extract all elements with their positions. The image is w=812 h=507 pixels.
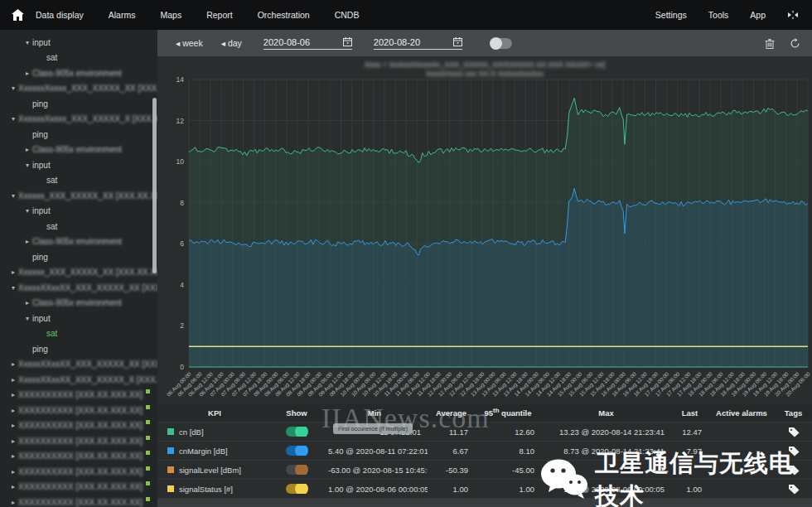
chevron-right-icon[interactable]: ▸ — [8, 376, 18, 384]
tree-item[interactable]: ▾Xxxxxx_XXX_XXXXX_XX [XXX.XX.XX.XX] — [0, 188, 157, 204]
nav-item-data-display[interactable]: Data display — [36, 10, 84, 20]
tree-item[interactable]: ▸Class-905x environment — [0, 234, 157, 250]
nav-item-cndb[interactable]: CNDB — [335, 10, 360, 20]
tree-item[interactable]: ▸Xxxxxx_XXX_XXXXX_XX [XXX.XX.XX.XX] — [0, 265, 157, 281]
status-badge — [146, 389, 150, 394]
tree-item[interactable]: ▸XXXXXXXXXX [XXX.XX.XXX.XX] — [0, 388, 157, 403]
tree-item[interactable]: ▸Class-905x environment — [0, 142, 157, 158]
column-header-average: Average — [428, 408, 475, 418]
tree-item[interactable]: ping — [0, 249, 157, 265]
date-from-input[interactable] — [263, 37, 340, 47]
tree-item[interactable]: sat — [0, 326, 157, 342]
tree-item[interactable]: ▸XxxxxXXxxXX_XXX_XXXXX_XX [XXX.XX.XX.XX] — [0, 357, 157, 373]
tree-item[interactable]: ▾input — [0, 204, 157, 220]
tree-item[interactable]: ping — [0, 96, 157, 112]
chevron-right-icon[interactable]: ▸ — [22, 299, 32, 307]
date-to-input[interactable] — [374, 37, 450, 47]
chevron-right-icon[interactable]: ▸ — [8, 468, 18, 476]
tree-item[interactable]: ▸XXXXXXXXXX [XXX.XX.XXX.XX] — [0, 403, 157, 418]
chevron-down-icon[interactable]: ▾ — [8, 84, 18, 92]
main-content: ◂ week ◂ day Xxxx + XxXxxXXxxxXx_X — [157, 30, 812, 507]
chevron-right-icon[interactable]: ▸ — [22, 238, 32, 245]
tag-icon[interactable] — [788, 484, 800, 495]
series-visibility-toggle[interactable] — [286, 427, 307, 437]
chevron-right-icon[interactable]: ▸ — [8, 422, 18, 429]
tree-item[interactable]: sat — [0, 173, 157, 189]
nav-item-app[interactable]: App — [750, 10, 766, 20]
tree-item[interactable]: ▸XXXXXXXXXX [XXX.XX.XXX.XX] — [0, 495, 157, 507]
tree-item-label: sat — [46, 176, 57, 185]
tree-item[interactable]: ▸XXXXXXXXXX [XXX.XX.XXX.XX] — [0, 418, 157, 434]
nav-item-alarms[interactable]: Alarms — [109, 10, 136, 20]
tree-item[interactable]: ping — [0, 341, 157, 357]
tree-item[interactable]: ▸Class-905x environment — [0, 296, 157, 311]
tree-item-label: ping — [32, 253, 48, 262]
chevron-right-icon[interactable]: ▸ — [8, 268, 18, 276]
chevron-right-icon[interactable]: ▸ — [8, 499, 18, 506]
tree-item-label: XXXXXXXXXX [XXX.XX.XXX.XX] — [18, 482, 143, 491]
sidebar-scrollbar-thumb[interactable] — [152, 98, 157, 273]
series-visibility-toggle[interactable] — [286, 484, 307, 494]
tree-item[interactable]: ▸XXXXXXXXXX [XXX.XX.XXX.XX] — [0, 464, 157, 480]
tag-icon[interactable] — [788, 446, 800, 456]
column-header-95th-quantile: 95th quantile — [475, 407, 541, 418]
tree-item[interactable]: ▸XXXXXXXXXX [XXX.XX.XXX.XX] — [0, 433, 157, 449]
series-visibility-toggle[interactable] — [286, 446, 307, 456]
tree-item[interactable]: ▾XxxxxXXxxXX_XXX_XXXXX_XX [XXX.XX.XX.XX] — [0, 280, 157, 296]
show-cell — [272, 484, 321, 494]
trash-icon[interactable] — [765, 38, 775, 49]
tree-item[interactable]: sat — [0, 219, 157, 234]
step-back-week-button[interactable]: ◂ week — [176, 38, 203, 48]
tree-item[interactable]: ▾input — [0, 157, 157, 173]
chevron-down-icon[interactable]: ▾ — [22, 39, 32, 46]
step-back-day-button[interactable]: ◂ day — [221, 38, 242, 48]
average-cell: 11.17 — [428, 427, 475, 437]
table-header-row: KPIShowMinAverage95th quantileMaxLastAct… — [157, 403, 812, 422]
calendar-icon[interactable] — [343, 37, 352, 46]
tree-item[interactable]: ▸Class-905x environment — [0, 65, 157, 81]
tag-icon[interactable] — [788, 427, 800, 437]
tree-item[interactable]: ▸XXXXXXXXXX [XXX.XX.XXX.XX] — [0, 449, 157, 465]
chevron-down-icon[interactable]: ▾ — [8, 192, 18, 200]
nav-item-maps[interactable]: Maps — [160, 10, 181, 20]
chevron-right-icon[interactable]: ▸ — [8, 437, 18, 445]
tree-item[interactable]: ping — [0, 127, 157, 142]
tree-item-label: XxxxxXXxxXX_XXX_XXXXX_XX [XXX.XX.XX.XX] — [18, 283, 157, 292]
refresh-icon[interactable] — [790, 38, 800, 49]
tree-item[interactable]: ▾XxxxxxXxxxx_XXX_XXXXX_X [XXX.XX.XX.XX] — [0, 112, 157, 128]
tree-item[interactable]: ▾XxxxxxXxxxx_XXX_XXXXX_XX [XXX.XX.XXX.XX… — [0, 81, 157, 97]
tree-item[interactable]: ▸XxxxxXXxxXX_XXX_XXXXX_X [XXX.XX.XX.XX] — [0, 372, 157, 388]
chevron-down-icon[interactable]: ▾ — [8, 284, 18, 292]
home-icon[interactable] — [12, 9, 24, 21]
nav-item-report[interactable]: Report — [206, 10, 233, 20]
live-refresh-toggle[interactable] — [491, 38, 512, 49]
chevron-down-icon[interactable]: ▾ — [22, 207, 32, 215]
tree-item[interactable]: ▾input — [0, 35, 157, 51]
chevron-right-icon[interactable]: ▸ — [8, 452, 18, 460]
tree-item[interactable]: ▾input — [0, 311, 157, 326]
nav-item-orchestration[interactable]: Orchestration — [258, 10, 310, 20]
chevron-right-icon[interactable]: ▸ — [8, 391, 18, 398]
min-column-tooltip: First occurence (if multiple) — [333, 423, 413, 434]
chevron-right-icon[interactable]: ▸ — [8, 407, 18, 414]
horizontal-scrollbar[interactable] — [157, 499, 812, 507]
nav-item-tools[interactable]: Tools — [708, 10, 729, 20]
fit-screen-icon[interactable] — [787, 10, 799, 20]
tag-icon[interactable] — [788, 465, 800, 476]
tree-item[interactable]: ▸XXXXXXXXXX [XXX.XX.XXX.XX] — [0, 480, 157, 495]
device-tree-sidebar: ▾inputsat▸Class-905x environment▾XxxxxxX… — [0, 30, 157, 507]
tree-item[interactable]: sat — [0, 51, 157, 66]
column-header-max: Max — [541, 408, 671, 418]
calendar-icon[interactable] — [453, 37, 462, 46]
chevron-right-icon[interactable]: ▸ — [8, 360, 18, 368]
chevron-down-icon[interactable]: ▾ — [8, 115, 18, 123]
nav-item-settings[interactable]: Settings — [655, 10, 687, 20]
tree-item-label: XxxxxxXxxxx_XXX_XXXXX_XX [XXX.XX.XXX.XX] — [18, 84, 157, 93]
chevron-right-icon[interactable]: ▸ — [22, 70, 32, 77]
status-badge — [146, 481, 150, 485]
chevron-down-icon[interactable]: ▾ — [22, 315, 32, 322]
series-visibility-toggle[interactable] — [286, 465, 307, 475]
chevron-right-icon[interactable]: ▸ — [8, 483, 18, 490]
chevron-down-icon[interactable]: ▾ — [22, 162, 32, 169]
chevron-right-icon[interactable]: ▸ — [22, 146, 32, 153]
